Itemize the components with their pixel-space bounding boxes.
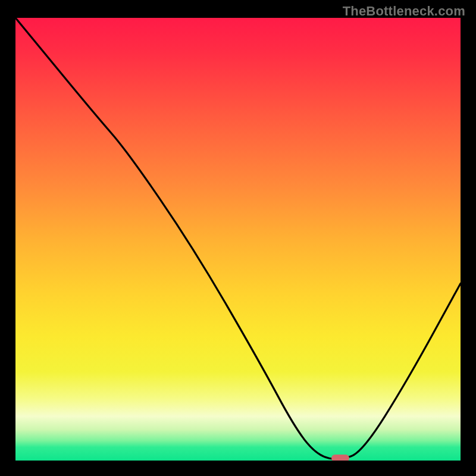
plot-area bbox=[15, 18, 461, 461]
bottleneck-curve bbox=[15, 18, 461, 461]
curve-path bbox=[15, 18, 461, 459]
chart-container: TheBottleneck.com bbox=[0, 0, 476, 476]
optimal-marker bbox=[331, 455, 349, 461]
watermark-text: TheBottleneck.com bbox=[343, 4, 465, 19]
